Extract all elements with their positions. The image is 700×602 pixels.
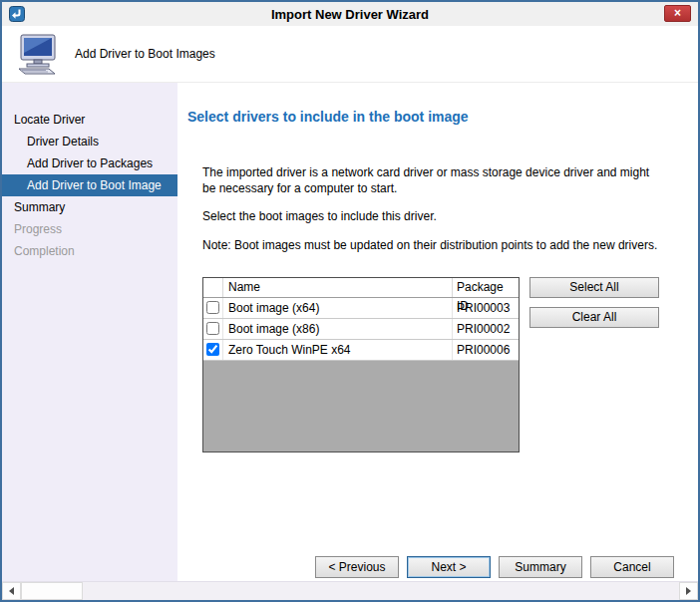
selection-buttons: Select All Clear All — [529, 277, 659, 328]
boot-image-name: Zero Touch WinPE x64 — [223, 340, 453, 360]
computer-icon — [15, 33, 61, 75]
horizontal-scrollbar[interactable] — [2, 581, 698, 600]
table-row[interactable]: Boot image (x86) PRI00002 — [203, 319, 519, 340]
sidebar-item-add-driver-to-packages[interactable]: Add Driver to Packages — [2, 152, 177, 174]
scroll-left-button[interactable] — [2, 582, 21, 600]
sidebar-item-progress: Progress — [2, 218, 177, 240]
wizard-steps-sidebar: Locate Driver Driver Details Add Driver … — [2, 83, 177, 581]
table-empty-area — [203, 361, 519, 452]
boot-image-x86-checkbox[interactable] — [206, 322, 219, 335]
page-title: Select drivers to include in the boot im… — [187, 109, 674, 125]
column-header-package-id[interactable]: Package ID — [453, 278, 519, 297]
summary-button[interactable]: Summary — [499, 556, 582, 578]
boot-image-name: Boot image (x64) — [223, 298, 453, 318]
sidebar-item-locate-driver[interactable]: Locate Driver — [2, 109, 177, 131]
package-id: PRI00002 — [453, 319, 519, 339]
table-row[interactable]: Zero Touch WinPE x64 PRI00006 — [203, 340, 519, 361]
wizard-icon — [9, 6, 25, 22]
sidebar-item-driver-details[interactable]: Driver Details — [2, 131, 177, 152]
table-row[interactable]: Boot image (x64) PRI00003 — [203, 298, 519, 319]
boot-images-table: Name Package ID Boot image (x64) PRI0000… — [202, 277, 520, 452]
sidebar-item-completion: Completion — [2, 240, 177, 262]
wizard-footer-buttons: < Previous Next > Summary Cancel — [315, 556, 674, 578]
package-id: PRI00003 — [453, 298, 519, 318]
header-title: Add Driver to Boot Images — [75, 47, 215, 61]
wizard-body: Locate Driver Driver Details Add Driver … — [2, 83, 698, 581]
checkbox-column-header — [203, 278, 223, 297]
zero-touch-winpe-checkbox[interactable] — [206, 343, 219, 356]
scrollbar-track[interactable] — [83, 582, 679, 600]
select-all-button[interactable]: Select All — [529, 277, 659, 298]
wizard-content: Select drivers to include in the boot im… — [177, 83, 698, 581]
sidebar-item-summary[interactable]: Summary — [2, 196, 177, 218]
boot-image-name: Boot image (x86) — [223, 319, 453, 339]
left-arrow-icon — [9, 587, 14, 595]
select-text: Select the boot images to include this d… — [202, 208, 663, 224]
window-title: Import New Driver Wizard — [2, 7, 698, 22]
close-button[interactable]: × — [664, 5, 691, 22]
cancel-button[interactable]: Cancel — [590, 556, 674, 578]
scrollbar-thumb[interactable] — [21, 582, 83, 600]
table-header: Name Package ID — [203, 278, 519, 298]
note-text: Note: Boot images must be updated on the… — [202, 237, 663, 253]
scroll-right-button[interactable] — [679, 582, 698, 600]
previous-button[interactable]: < Previous — [315, 556, 399, 578]
boot-images-section: Name Package ID Boot image (x64) PRI0000… — [202, 277, 674, 452]
wizard-header: Add Driver to Boot Images — [2, 26, 698, 83]
intro-text: The imported driver is a network card dr… — [202, 164, 663, 196]
next-button[interactable]: Next > — [407, 556, 491, 578]
boot-image-x64-checkbox[interactable] — [206, 301, 219, 314]
clear-all-button[interactable]: Clear All — [529, 307, 659, 328]
right-arrow-icon — [686, 587, 691, 595]
import-driver-wizard-window: Import New Driver Wizard × Add Driver to… — [0, 0, 700, 602]
instruction-texts: The imported driver is a network card dr… — [202, 164, 663, 253]
titlebar[interactable]: Import New Driver Wizard × — [2, 2, 698, 26]
column-header-name[interactable]: Name — [223, 278, 453, 297]
sidebar-item-add-driver-to-boot-image[interactable]: Add Driver to Boot Image — [2, 174, 177, 196]
package-id: PRI00006 — [453, 340, 519, 360]
